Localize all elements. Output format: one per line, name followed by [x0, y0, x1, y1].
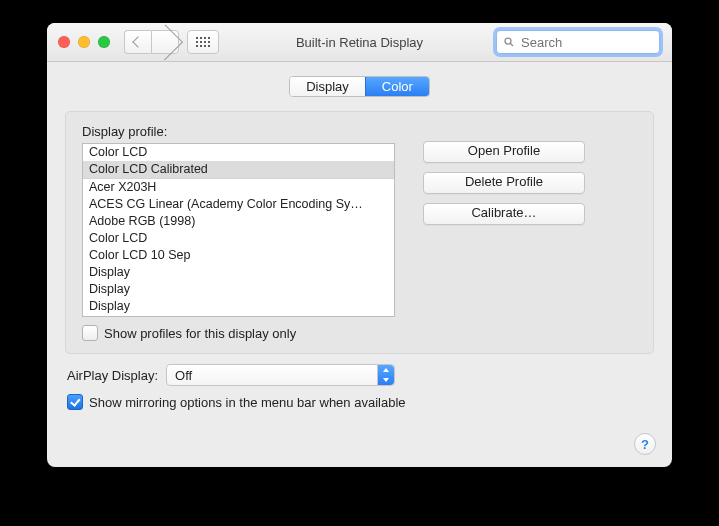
prefs-window: Built-in Retina Display Display Color Di… [47, 23, 672, 467]
help-button[interactable]: ? [634, 433, 656, 455]
search-icon [503, 36, 515, 48]
search-field[interactable] [496, 30, 660, 54]
nav-back-forward [124, 30, 179, 54]
mirror-label: Show mirroring options in the menu bar w… [89, 395, 406, 410]
profile-list-label: Display profile: [82, 124, 395, 139]
profile-row[interactable]: Display [83, 281, 394, 298]
profile-row[interactable]: Display [83, 298, 394, 315]
profile-listbox[interactable]: Color LCDColor LCD CalibratedAcer X203HA… [82, 143, 395, 317]
help-icon: ? [641, 437, 649, 452]
color-panel: Display profile: Color LCDColor LCD Cali… [65, 111, 654, 354]
airplay-popup[interactable]: Off [166, 364, 395, 386]
window-controls [58, 36, 110, 48]
grid-icon [196, 37, 210, 47]
profile-row[interactable]: Color LCD [83, 230, 394, 247]
profile-row[interactable]: Adobe RGB (1998) [83, 213, 394, 230]
show-only-label: Show profiles for this display only [104, 326, 296, 341]
search-input[interactable] [519, 34, 653, 51]
show-all-button[interactable] [187, 30, 219, 54]
profile-row[interactable]: Color LCD 10 Sep [83, 247, 394, 264]
delete-profile-button[interactable]: Delete Profile [423, 172, 585, 194]
profile-row[interactable]: Acer X203H [83, 179, 394, 196]
profile-row[interactable]: Display [83, 264, 394, 281]
chevron-right-icon [147, 24, 183, 60]
close-window-button[interactable] [58, 36, 70, 48]
tab-display[interactable]: Display [290, 77, 365, 96]
chevron-left-icon [132, 36, 143, 47]
zoom-window-button[interactable] [98, 36, 110, 48]
profile-row[interactable]: Color LCD Calibrated [83, 161, 394, 179]
airplay-label: AirPlay Display: [67, 368, 158, 383]
titlebar: Built-in Retina Display [47, 23, 672, 62]
mirror-checkbox[interactable] [67, 394, 83, 410]
airplay-value: Off [175, 368, 192, 383]
minimize-window-button[interactable] [78, 36, 90, 48]
svg-point-0 [505, 38, 511, 44]
tab-color[interactable]: Color [365, 77, 429, 96]
forward-button[interactable] [151, 30, 179, 54]
profile-row[interactable]: Color LCD [83, 144, 394, 161]
popup-arrows-icon [377, 365, 394, 385]
tabs-segmented: Display Color [289, 76, 430, 97]
calibrate-button[interactable]: Calibrate… [423, 203, 585, 225]
svg-line-1 [510, 43, 513, 46]
open-profile-button[interactable]: Open Profile [423, 141, 585, 163]
profile-row[interactable]: ACES CG Linear (Academy Color Encoding S… [83, 196, 394, 213]
show-only-checkbox[interactable] [82, 325, 98, 341]
